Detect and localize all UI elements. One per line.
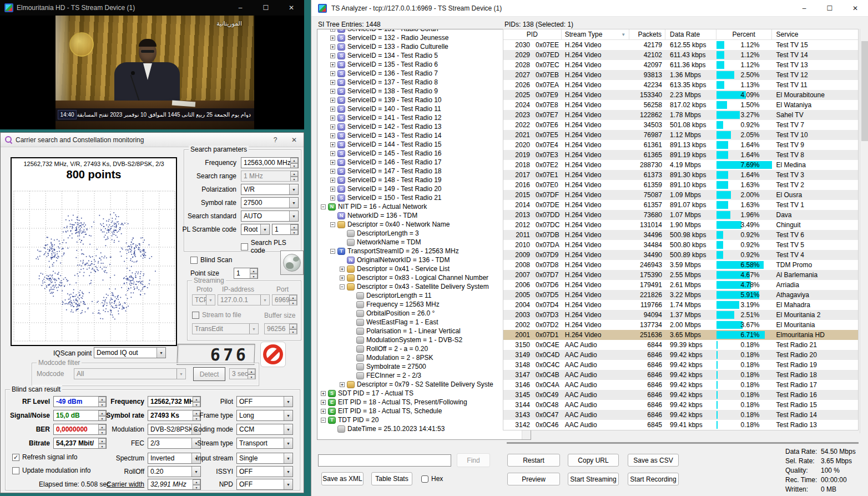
tree-item[interactable]: +SServiceID = 142 - Test Radio 13: [317, 122, 531, 131]
iqscan-select[interactable]: Demod IQ out ▼: [94, 347, 166, 358]
tree-item[interactable]: NOriginalNetworkID = 136 - TDM: [317, 255, 531, 264]
transedit-select[interactable]: TransEdit ▼: [192, 323, 259, 334]
pids-scrollbar[interactable]: [860, 29, 868, 433]
pid-row[interactable]: 20260x07EAH.264 Video42234613.35 kbps1.1…: [503, 80, 858, 90]
expand-plus-icon[interactable]: +: [340, 275, 345, 280]
pid-row[interactable]: 20090x07D9H.264 Video34490500.89 kbps0.9…: [503, 250, 858, 260]
tree-item[interactable]: +Descriptor = 0x79 - S2 Satellite Delive…: [317, 380, 531, 389]
maximize-icon[interactable]: ☐: [817, 0, 842, 17]
refresh-signal-checkbox[interactable]: ✓ Refresh signal info: [12, 453, 77, 461]
chevron-down-icon[interactable]: ▼: [260, 224, 269, 234]
preview-button[interactable]: Preview: [507, 473, 560, 485]
issyi-select[interactable]: OFF ▼: [236, 466, 293, 477]
coding-mode-select[interactable]: CCM ▼: [236, 424, 293, 435]
blind-scan-checkbox[interactable]: Blind Scan: [190, 256, 232, 264]
pid-row[interactable]: 20160x07E0H.264 Video61359891.10 kbps1.6…: [503, 180, 858, 190]
expand-plus-icon[interactable]: +: [340, 382, 345, 387]
expand-plus-icon[interactable]: +: [321, 391, 326, 396]
chevron-down-icon[interactable]: ▼: [289, 211, 298, 221]
tree-item[interactable]: +SServiceID = 136 - Test Radio 7: [317, 69, 531, 78]
pid-row[interactable]: 20180x07E2H.264 Video2887304.19 Mbps7.69…: [503, 160, 858, 170]
tree-item[interactable]: −Descriptor = 0x43 - Satellite Delivery …: [317, 282, 531, 291]
collapse-minus-icon[interactable]: −: [321, 418, 326, 423]
tree-item[interactable]: +SServiceID = 139 - Test Radio 10: [317, 96, 531, 104]
expand-plus-icon[interactable]: +: [330, 133, 335, 138]
expand-plus-icon[interactable]: +: [330, 116, 335, 121]
tree-item[interactable]: Frequency = 12563 MHz: [317, 300, 531, 309]
hex-checkbox[interactable]: Hex: [421, 475, 443, 483]
close-icon[interactable]: ✕: [285, 133, 304, 147]
stop-button[interactable]: [260, 342, 286, 367]
pid-row[interactable]: 20250x07E9H.264 Video1533402.23 Mbps4.09…: [503, 90, 858, 100]
collapse-minus-icon[interactable]: −: [340, 284, 345, 289]
splitter-handle[interactable]: [507, 442, 859, 444]
find-button[interactable]: Find: [457, 453, 490, 467]
detect-button[interactable]: Detect: [193, 367, 225, 381]
pid-row[interactable]: 31490x0C4DAAC Audio684699.42 kbps0.18%Te…: [503, 350, 858, 360]
tree-item[interactable]: +SServiceID = 150 - Test Radio 21: [317, 193, 531, 202]
sort-arrow-icon[interactable]: ▼: [621, 32, 625, 37]
pid-row[interactable]: 31440x0C48AAC Audio684699.42 kbps0.18%Te…: [503, 400, 858, 410]
pid-row[interactable]: 31480x0C4CAAC Audio684699.42 kbps0.18%Te…: [503, 360, 858, 370]
pid-row[interactable]: 20220x07E6H.264 Video34503501.08 kbps0.9…: [503, 120, 858, 130]
tree-item[interactable]: +EEIT PID = 18 - Actual TS, Present/Foll…: [317, 398, 531, 407]
pid-row[interactable]: 31470x0C4BAAC Audio684699.42 kbps0.18%Te…: [503, 370, 858, 380]
pid-row[interactable]: 20050x07D5H.264 Video2218263.22 Mbps5.91…: [503, 290, 858, 300]
detect-interval-input[interactable]: 3 sec ▲▼: [229, 368, 256, 379]
close-icon[interactable]: ✕: [842, 0, 868, 17]
expand-plus-icon[interactable]: +: [330, 187, 335, 192]
tree-item[interactable]: +SServiceID = 132 - Radio Jeunesse: [317, 33, 531, 42]
tree-item[interactable]: +SSDT PID = 17 - Actual TS: [317, 389, 531, 398]
pid-row[interactable]: 20140x07DEH.264 Video61357891.07 kbps1.6…: [503, 200, 858, 210]
pl-scramble-mode-select[interactable]: Root ▼: [241, 224, 270, 235]
tree-item[interactable]: Symbolrate = 27500: [317, 362, 531, 371]
tree-item[interactable]: DescriptorLength = 11: [317, 291, 531, 300]
pid-row[interactable]: 20290x07EDH.264 Video42102611.43 kbps1.1…: [503, 50, 858, 60]
tree-item[interactable]: +SServiceID = 134 - Test Radio 5: [317, 51, 531, 60]
expand-plus-icon[interactable]: +: [330, 124, 335, 129]
pid-row[interactable]: 20230x07E7H.264 Video1228621.78 Mbps3.27…: [503, 110, 858, 120]
chevron-down-icon[interactable]: ▼: [157, 348, 165, 358]
pid-row[interactable]: 20030x07D3H.264 Video940941.37 Mbps2.51%…: [503, 310, 858, 320]
frequency-input[interactable]: 12563,000 MHz ▲▼: [241, 157, 299, 168]
expand-plus-icon[interactable]: +: [330, 29, 335, 32]
pid-row[interactable]: 20060x07D6H.264 Video1794912.61 Mbps4.78…: [503, 280, 858, 290]
pid-row[interactable]: 20040x07D4H.264 Video1197661.74 Mbps3.19…: [503, 300, 858, 310]
tree-item[interactable]: ModulationSystem = 1 - DVB-S2: [317, 335, 531, 344]
tree-item[interactable]: OrbitalPosition = 26.0 °: [317, 309, 531, 318]
tree-item[interactable]: −TTransportStreamID = 26 - 12563 MHz: [317, 247, 531, 255]
pid-row[interactable]: 20010x07D1H.264 Video2516363.65 Mbps6.71…: [503, 330, 858, 340]
tree-item[interactable]: +Descriptor = 0x83 - Logical Channel Num…: [317, 273, 531, 282]
tree-item[interactable]: Polarisation = 1 - Linear Vertical: [317, 327, 531, 335]
collapse-minus-icon[interactable]: −: [330, 249, 335, 254]
symbol-rate-select[interactable]: 27500 ▼: [241, 197, 299, 208]
tree-item[interactable]: WestEastFlag = 1 - East: [317, 318, 531, 327]
save-csv-button[interactable]: Save as CSV: [628, 454, 679, 467]
tree-item[interactable]: −Descriptor = 0x40 - Network Name: [317, 220, 531, 229]
expand-plus-icon[interactable]: +: [330, 107, 335, 112]
tree-item[interactable]: −TTDT PID = 20: [317, 415, 531, 424]
find-input[interactable]: [318, 454, 451, 467]
tree-item[interactable]: NNetworkID = 136 - TDM: [317, 211, 531, 220]
close-icon[interactable]: ✕: [279, 0, 304, 16]
expand-plus-icon[interactable]: +: [321, 400, 326, 405]
chevron-down-icon[interactable]: ▼: [289, 198, 298, 208]
expand-plus-icon[interactable]: +: [330, 89, 335, 94]
pid-row[interactable]: 20130x07DDH.264 Video736801.07 Mbps1.96%…: [503, 210, 858, 220]
tree-item[interactable]: FECInner = 2 - 2/3: [317, 371, 531, 380]
expand-plus-icon[interactable]: +: [330, 98, 335, 103]
save-xml-button[interactable]: Save as XML: [321, 472, 364, 485]
tree-item[interactable]: Modulation = 2 - 8PSK: [317, 353, 531, 362]
npd-select[interactable]: OFF ▼: [236, 479, 293, 490]
help-icon[interactable]: ?: [266, 133, 285, 147]
table-stats-button[interactable]: Table Stats: [371, 472, 412, 485]
pid-row[interactable]: 20020x07D2H.264 Video1377342.00 Mbps3.67…: [503, 320, 858, 330]
pid-row[interactable]: 20210x07E5H.264 Video769871.12 Mbps2.05%…: [503, 130, 858, 140]
tree-item[interactable]: DateTime = 25.10.2023 14:41:53: [317, 424, 531, 433]
stream-type-select[interactable]: Transport ▼: [236, 438, 293, 449]
satellite-list-button[interactable]: [280, 250, 304, 275]
expand-plus-icon[interactable]: +: [321, 409, 326, 414]
tree-item[interactable]: +SServiceID = 133 - Radio Culturelle: [317, 42, 531, 51]
tree-item[interactable]: DescriptorLength = 3: [317, 229, 531, 238]
expand-plus-icon[interactable]: +: [330, 142, 335, 147]
